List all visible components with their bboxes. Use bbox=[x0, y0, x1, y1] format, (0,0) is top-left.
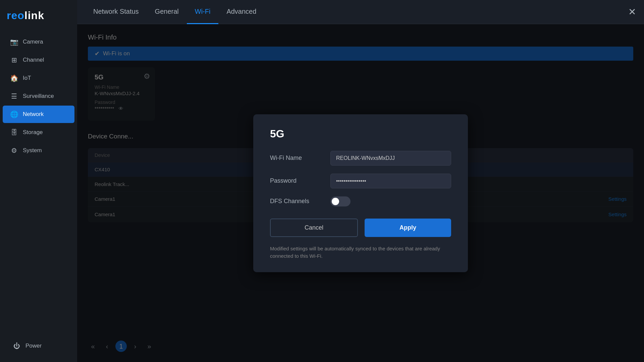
sidebar-label-power: Power bbox=[25, 343, 42, 349]
sidebar-item-power[interactable]: ⏻ Power bbox=[5, 337, 72, 355]
apply-button[interactable]: Apply bbox=[365, 219, 451, 237]
power-icon: ⏻ bbox=[13, 342, 21, 350]
dfs-label: DFS Channels bbox=[270, 198, 330, 205]
sidebar-label-channel: Channel bbox=[23, 57, 44, 63]
sidebar-bottom: ⏻ Power bbox=[0, 333, 77, 355]
wifi-name-input[interactable] bbox=[330, 151, 451, 166]
sidebar-item-storage[interactable]: 🗄 Storage bbox=[3, 124, 74, 141]
content-area: Wi-Fi Info ✔ Wi-Fi is on 5G Wi-Fi Name K… bbox=[77, 24, 644, 362]
modal-note: Modified settings will be automatically … bbox=[270, 245, 451, 260]
tabs-bar: Network Status General Wi-Fi Advanced ✕ bbox=[77, 0, 644, 24]
logo-text: reolink bbox=[7, 9, 70, 22]
sidebar-nav: 📷 Camera ⊞ Channel 🏠 IoT ☰ Surveillance … bbox=[0, 33, 77, 160]
sidebar-label-iot: IoT bbox=[23, 75, 31, 81]
modal-wifi-name-label: Wi-Fi Name bbox=[270, 155, 330, 162]
modal-overlay: 5G Wi-Fi Name Password DFS Channels bbox=[77, 24, 644, 362]
password-field: Password bbox=[270, 174, 451, 188]
sidebar-label-network: Network bbox=[23, 111, 44, 118]
storage-icon: 🗄 bbox=[10, 128, 18, 136]
sidebar-item-channel[interactable]: ⊞ Channel bbox=[3, 51, 74, 69]
wifi-name-field: Wi-Fi Name bbox=[270, 151, 451, 166]
tab-advanced[interactable]: Advanced bbox=[218, 0, 264, 24]
iot-icon: 🏠 bbox=[10, 74, 18, 82]
close-button[interactable]: ✕ bbox=[628, 7, 636, 17]
tab-wifi[interactable]: Wi-Fi bbox=[187, 0, 219, 24]
network-icon: 🌐 bbox=[10, 110, 18, 118]
sidebar: reolink 📷 Camera ⊞ Channel 🏠 IoT ☰ Surve… bbox=[0, 0, 77, 362]
dfs-toggle[interactable] bbox=[330, 196, 351, 206]
sidebar-item-network[interactable]: 🌐 Network bbox=[3, 106, 74, 123]
modal-password-label: Password bbox=[270, 177, 330, 184]
system-icon: ⚙ bbox=[10, 146, 18, 155]
modal-dialog: 5G Wi-Fi Name Password DFS Channels bbox=[253, 114, 468, 272]
modal-buttons: Cancel Apply bbox=[270, 219, 451, 237]
tab-network-status[interactable]: Network Status bbox=[85, 0, 147, 24]
sidebar-item-iot[interactable]: 🏠 IoT bbox=[3, 69, 74, 87]
sidebar-item-surveillance[interactable]: ☰ Surveillance bbox=[3, 87, 74, 105]
toggle-knob bbox=[332, 198, 339, 205]
main-content: Network Status General Wi-Fi Advanced ✕ … bbox=[77, 0, 644, 362]
sidebar-item-system[interactable]: ⚙ System bbox=[3, 142, 74, 159]
sidebar-label-surveillance: Surveillance bbox=[23, 93, 54, 100]
logo: reolink bbox=[0, 0, 77, 33]
cancel-button[interactable]: Cancel bbox=[270, 219, 358, 237]
modal-band-label: 5G bbox=[270, 128, 451, 140]
camera-icon: 📷 bbox=[10, 38, 18, 46]
sidebar-item-camera[interactable]: 📷 Camera bbox=[3, 33, 74, 51]
dfs-toggle-row: DFS Channels bbox=[270, 196, 451, 206]
sidebar-label-camera: Camera bbox=[23, 39, 43, 45]
surveillance-icon: ☰ bbox=[10, 92, 18, 100]
channel-icon: ⊞ bbox=[10, 56, 18, 64]
password-input[interactable] bbox=[330, 174, 451, 188]
sidebar-label-storage: Storage bbox=[23, 129, 43, 136]
sidebar-label-system: System bbox=[23, 147, 42, 154]
tab-general[interactable]: General bbox=[147, 0, 187, 24]
